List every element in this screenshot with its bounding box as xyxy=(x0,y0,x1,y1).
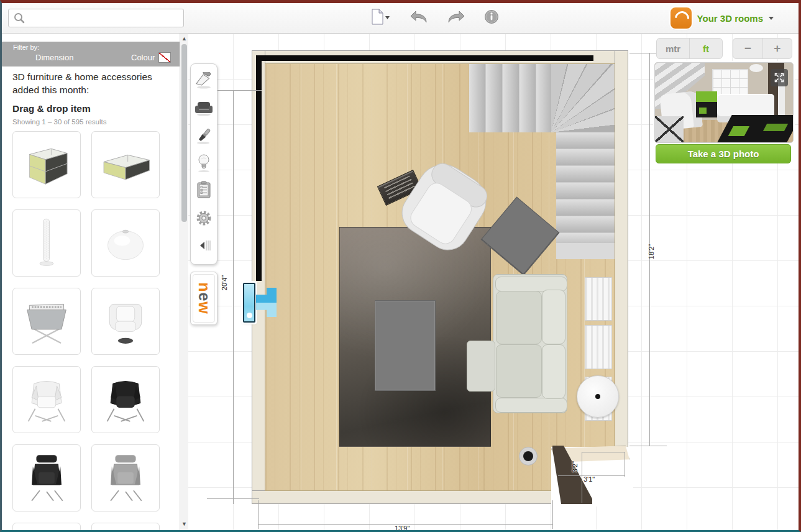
dim-label-right: 18'2" xyxy=(648,244,655,259)
collapse-panel[interactable] xyxy=(193,236,215,258)
new-plan-button[interactable] xyxy=(370,9,391,27)
round-side-table[interactable] xyxy=(577,375,619,418)
redo-button[interactable] xyxy=(447,10,465,26)
sofa-footstool[interactable] xyxy=(467,341,495,392)
search-input[interactable] xyxy=(29,10,183,26)
undo-icon xyxy=(410,10,428,26)
armchair-white-wire-legs-card[interactable] xyxy=(12,366,81,433)
zoom-controls: − + xyxy=(733,38,792,59)
window-drag-handle[interactable] xyxy=(243,283,255,323)
scrollbar-thumb[interactable] xyxy=(181,44,187,222)
dim-label-bottom: 13'9" xyxy=(395,525,410,530)
column-floor-lamp-card[interactable] xyxy=(12,209,81,277)
sofa-seat-cushion xyxy=(496,344,542,398)
unit-mtr-button[interactable]: mtr xyxy=(657,39,689,58)
dim-tick xyxy=(582,452,625,452)
dim-tick xyxy=(625,452,625,477)
colour-swatch-icon[interactable] xyxy=(158,52,171,63)
sofa-armrest xyxy=(495,398,567,413)
sofa-back-cushion xyxy=(542,290,565,344)
sofa-back-cushion xyxy=(542,344,565,399)
lightbulb-icon xyxy=(196,154,211,175)
unit-toggle: mtr ft xyxy=(656,38,723,59)
filter-dimension-link[interactable]: Dimension xyxy=(35,53,73,62)
wall-right[interactable] xyxy=(615,50,628,504)
preview-pendant-lamp xyxy=(749,64,763,72)
your-3d-rooms-label: Your 3D rooms xyxy=(697,13,763,24)
coffee-table[interactable] xyxy=(375,300,436,391)
sidebar-scrollbar[interactable]: ▲ ▼ xyxy=(180,33,188,530)
zoom-out-button[interactable]: − xyxy=(733,39,762,58)
expand-preview-icon[interactable] xyxy=(771,69,788,86)
search-box xyxy=(8,9,184,27)
filter-colour-link[interactable]: Colour xyxy=(131,53,155,62)
dim-line-left xyxy=(233,90,234,504)
shelf-unit-1[interactable] xyxy=(585,277,612,321)
furniture-tool[interactable] xyxy=(193,98,215,120)
staircase-lower-run[interactable] xyxy=(556,132,615,243)
armchair-white-swivel xyxy=(97,293,154,350)
sofa[interactable] xyxy=(493,274,567,413)
preview-magazine-rack xyxy=(655,116,684,142)
preview-green-cube-table xyxy=(696,91,717,117)
unit-ft-button[interactable]: ft xyxy=(689,39,722,58)
armchair-black-wire-legs-card[interactable] xyxy=(91,366,160,433)
glass-display-cube xyxy=(18,136,75,193)
new-letter: w xyxy=(196,301,213,314)
drag-drop-label: Drag & drop item xyxy=(12,103,91,114)
scroll-up-icon[interactable]: ▲ xyxy=(181,36,187,42)
partial-card-card[interactable] xyxy=(91,523,160,530)
armchair-gray-headrest-card[interactable] xyxy=(91,444,160,511)
build-walls-tool[interactable] xyxy=(193,70,215,93)
3d-room-preview[interactable] xyxy=(654,62,794,143)
dim-tick xyxy=(258,500,259,529)
glass-display-cabinet-low-card[interactable] xyxy=(91,131,160,198)
dim-line-door xyxy=(582,452,582,503)
armchair-gray-headrest xyxy=(97,449,154,507)
account-menu[interactable]: Your 3D rooms xyxy=(671,7,774,29)
take-3d-photo-button[interactable]: Take a 3D photo xyxy=(656,144,791,163)
armchair-white-wire-legs xyxy=(18,371,75,428)
mydeco-logo xyxy=(671,7,692,29)
armchair-black-headrest-card[interactable] xyxy=(12,444,81,511)
settings-tool[interactable] xyxy=(193,208,215,231)
new-items-tab[interactable]: new xyxy=(190,272,217,325)
partial-card-card[interactable] xyxy=(12,523,81,530)
shelf-unit-2[interactable] xyxy=(585,325,612,369)
results-count: Showing 1 – 30 of 595 results xyxy=(12,118,107,126)
product-grid xyxy=(12,131,169,530)
filter-by-label: Filter by: xyxy=(13,44,39,51)
ceiling-lamp[interactable] xyxy=(519,447,538,466)
dim-tick xyxy=(552,500,553,529)
gear-icon xyxy=(195,209,213,229)
dim-label-door-width: 3'2" xyxy=(571,461,579,472)
partial-card xyxy=(18,528,75,530)
column-floor-lamp xyxy=(18,214,75,272)
armchair-black-wire-legs xyxy=(97,371,154,428)
armchair-black-headrest xyxy=(18,449,75,507)
staircase-upper-run[interactable] xyxy=(469,64,551,132)
info-button[interactable] xyxy=(484,9,499,27)
pendant-lamp-card[interactable] xyxy=(91,209,160,277)
glass-display-cube-card[interactable] xyxy=(12,131,81,198)
pendant-lamp xyxy=(97,214,154,272)
magazine-rack xyxy=(18,293,75,350)
zoom-in-button[interactable]: + xyxy=(762,39,792,58)
info-icon xyxy=(484,9,499,27)
undo-button[interactable] xyxy=(410,10,428,26)
magazine-rack-card[interactable] xyxy=(12,288,81,355)
document-actions xyxy=(370,8,519,28)
tool-palette xyxy=(190,63,217,265)
staircase-landing[interactable] xyxy=(556,243,615,259)
item-list-tool[interactable] xyxy=(193,180,215,203)
glass-display-cabinet-low xyxy=(97,136,154,193)
decorate-tool[interactable] xyxy=(193,126,215,148)
armchair-white-swivel-card[interactable] xyxy=(91,288,160,355)
partial-card xyxy=(97,528,154,530)
scroll-down-icon[interactable]: ▼ xyxy=(181,521,187,527)
chevron-down-icon xyxy=(769,17,774,20)
staircase-winder-corner[interactable] xyxy=(551,64,615,132)
app-window: 20'4" 18'2" 13'9" 3'2" 3'1" mtr ft − + T… xyxy=(0,0,801,532)
dim-label-door-clearance: 3'1" xyxy=(584,475,595,483)
lighting-tool[interactable] xyxy=(193,153,215,175)
